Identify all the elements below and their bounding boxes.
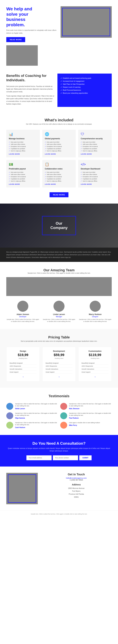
testimonial-item: Sample text. Click to select the text bo… [60, 412, 112, 419]
pricing-price-sub: Heading Here [46, 358, 72, 359]
feature-item: Duis aute irure dolor [9, 141, 37, 143]
cta-section: Do You Need A Consultation? Quam molesti… [0, 435, 118, 466]
team-background-image [6, 277, 112, 296]
our-company-frame: Our Company [42, 216, 76, 235]
pricing-section: Pricing Table Sed ut perspiciatis unde o… [0, 329, 118, 388]
hero-secondary-image [6, 45, 38, 66]
learn-more-link[interactable]: LEARN MORE [9, 184, 37, 185]
testimonial-text: Sample text. Click to select the text bo… [69, 412, 112, 416]
testimonial-text: Sample text. Click to select the text bo… [15, 412, 58, 416]
hero-text-block: We help and solve your business problem.… [6, 6, 60, 42]
globe-icon: 🌐 [45, 132, 73, 136]
feature-item: Sunt in culpa qui officia [45, 150, 73, 152]
pricing-arrow-button[interactable]: → [22, 376, 24, 378]
feature-item: Sunt in culpa qui officia [45, 180, 73, 182]
team-member: Linda Larson Manager Sample text. Click … [42, 301, 76, 323]
learn-more-link[interactable]: LEARN MORE [9, 153, 37, 155]
testimonial-avatar [6, 403, 13, 410]
feature-title: Collaboration notes [45, 168, 73, 170]
testimonial-item: Sample text. Click to select the text bo… [60, 403, 112, 410]
feature-card: 💵Predictable payoutDuis aute irure dolor… [6, 160, 40, 188]
testimonial-name: Nick Jhonson [69, 408, 112, 410]
cta-phone-input[interactable] [53, 455, 78, 460]
feature-item: Cupidatat non proident [81, 178, 109, 180]
pricing-arrow-button[interactable]: → [58, 376, 60, 378]
dollar-icon: 💵 [9, 162, 37, 166]
learn-more-link[interactable]: LEARN MORE [81, 153, 109, 155]
benefits-section: Benefits of Coaching for Individuals. Se… [0, 69, 118, 112]
hero-image [60, 6, 112, 42]
feature-item: Duis aute irure dolor [81, 171, 109, 174]
learn-more-link[interactable]: LEARN MORE [45, 153, 73, 155]
cta-submit-button[interactable]: Submit [79, 455, 92, 460]
team-member: Marry Hudson Designer Sample text. Click… [79, 301, 112, 323]
team-member-role: Manager [42, 316, 76, 318]
our-company-description-block: Arcu eu volutpat amaet dignissim Fugisd … [0, 248, 118, 262]
testimonial-name: Stella Larson [15, 408, 58, 410]
feature-item: Sunt in culpa qui officia [81, 180, 109, 182]
feature-item: Sunt in culpa qui officia [9, 150, 37, 152]
testimonial-text: Click again or double click to start edi… [69, 422, 100, 424]
pricing-feature: 100% Responsive [82, 365, 108, 368]
pricing-arrow-button[interactable]: → [94, 376, 96, 378]
pricing-subtitle: Sed ut perspiciatis unde omnis iste natu… [6, 340, 112, 342]
feature-item: Velit esse cillum dolore [81, 174, 109, 176]
feature-item: Excepteur sint occaecat [9, 176, 37, 178]
benefit-item: Boost your networking opportunities [60, 92, 108, 95]
hero-description: Duis aute irure dolor in reprehenderit i… [6, 29, 58, 34]
feature-item: Excepteur sint occaecat [81, 146, 109, 148]
feature-item: Cupidatat non proident [45, 148, 73, 150]
testimonial-item: Sample text. Click to select the text bo… [6, 403, 58, 410]
pricing-feature: 100% Responsive [10, 365, 36, 368]
feature-item: Velit esse cillum dolore [45, 143, 73, 146]
feature-item: Velit esse cillum dolore [45, 174, 73, 176]
whats-included-heading: What's included [6, 118, 112, 122]
feature-card: 🌐Global paymentsDuis aute irure dolorVel… [42, 130, 76, 157]
hero-read-more-button[interactable]: READ MORE [6, 37, 25, 42]
our-company-section: Our Company [0, 204, 118, 248]
pricing-feature: Beautifully Designed [82, 362, 108, 365]
feature-item: Velit esse cillum dolore [9, 143, 37, 146]
benefits-heading: Benefits of Coaching for Individuals. [6, 74, 54, 82]
team-member-role: Developer [6, 316, 39, 318]
feature-item: Velit esse cillum dolore [9, 174, 37, 176]
our-company-description: Arcu eu volutpat amaet dignissim Fugisd … [6, 251, 112, 259]
pricing-card: Customization $119,99 Heading Here Beaut… [78, 347, 112, 382]
pricing-card: Development $59,99 Heading Here Beautifu… [42, 347, 76, 382]
feature-title: Predictable payout [9, 168, 37, 170]
learn-more-link[interactable]: LEARN MORE [45, 184, 73, 185]
hero-headline: We help and solve your business problem. [6, 6, 58, 27]
feature-item: Duis aute irure dolor [81, 141, 109, 143]
testimonial-content: Sample text. Click to select the text bo… [15, 412, 58, 419]
team-member: Adam Jonson Developer Sample text. Click… [6, 301, 39, 323]
cta-description: Quam molestiae nemoue ut tenque aliquam … [6, 447, 112, 452]
benefit-item: Build Personal Awareness [60, 89, 108, 92]
learn-more-link[interactable]: LEARN MORE [81, 184, 109, 185]
feature-item: Cupidatat non proident [81, 148, 109, 150]
whats-included-read-more-button[interactable]: READ MORE [50, 192, 68, 197]
footer-bottom: Sample text. Click to select the text bo… [0, 510, 118, 517]
footer-image [6, 473, 38, 504]
bar-chart-icon: 📊 [9, 132, 37, 136]
feature-item: Sunt in culpa qui officia [81, 150, 109, 152]
feature-item: Duis aute irure dolor [9, 171, 37, 174]
testimonial-avatar [60, 412, 67, 419]
testimonial-item: Sample text. Click to select the text bo… [6, 422, 58, 429]
testimonial-text: Sample text. Click to select the text bo… [15, 403, 58, 407]
testimonials-heading: Testimonials [6, 394, 112, 398]
team-avatar [90, 301, 101, 312]
footer: Get in Touch hello@creativeagency.com 1 … [0, 466, 118, 510]
pricing-price: $119,99 [82, 353, 108, 357]
team-member-name: Linda Larson [42, 313, 76, 316]
feature-item: Excepteur sint occaecat [45, 176, 73, 178]
pricing-feature: Beautifully Designed [46, 362, 72, 365]
benefit-item: Establish and act toward achieving goals [60, 77, 108, 80]
feature-item: Excepteur sint occaecat [45, 146, 73, 148]
benefit-item: Increased level of engagement [60, 80, 108, 83]
testimonial-item: Sample text. Click to select the text bo… [6, 412, 58, 419]
benefits-left: Benefits of Coaching for Individuals. Se… [6, 74, 54, 107]
pricing-price-sub: Heading Here [10, 358, 36, 359]
team-member-name: Adam Jonson [6, 313, 39, 316]
cta-email-input[interactable] [26, 455, 52, 460]
our-company-heading: Our Company [50, 221, 68, 230]
